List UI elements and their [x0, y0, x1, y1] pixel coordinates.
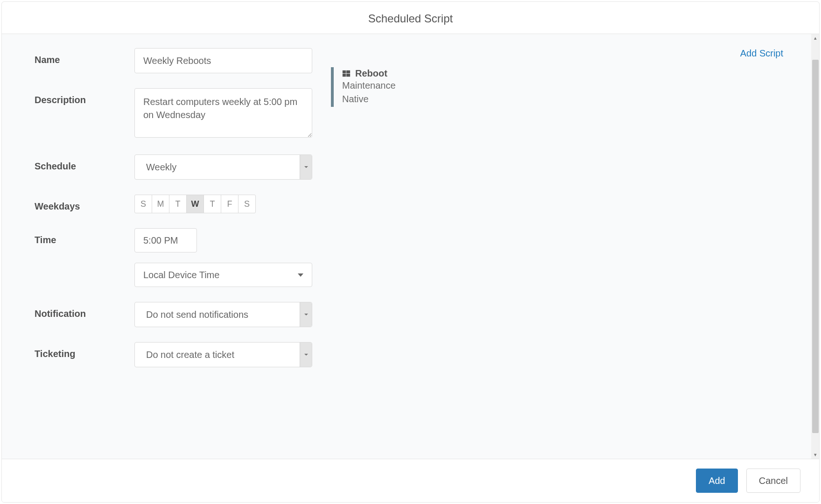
schedule-select[interactable]: Weekly: [134, 154, 312, 180]
notification-label: Notification: [35, 302, 134, 319]
time-zone-label-spacer: [35, 263, 134, 269]
scroll-down-icon[interactable]: ▾: [814, 451, 817, 459]
cancel-button[interactable]: Cancel: [746, 469, 800, 493]
notification-select[interactable]: Do not send notifications: [134, 302, 312, 327]
time-zone-select[interactable]: Local Device Time: [134, 263, 312, 287]
chevron-down-icon: [300, 302, 312, 327]
windows-icon: [342, 70, 351, 78]
ticketing-select[interactable]: Do not create a ticket: [134, 342, 312, 367]
weekday-thu[interactable]: T: [203, 195, 221, 213]
name-input[interactable]: [134, 48, 312, 73]
description-textarea[interactable]: [134, 88, 312, 138]
svg-rect-2: [343, 74, 346, 77]
weekday-sun[interactable]: S: [134, 195, 152, 213]
schedule-label: Schedule: [35, 154, 134, 172]
svg-rect-0: [343, 70, 346, 73]
weekday-toggle-group: S M T W T F S: [134, 195, 256, 213]
svg-rect-3: [346, 74, 350, 77]
dialog-footer: Add Cancel: [2, 459, 819, 502]
chevron-down-icon: [300, 343, 312, 367]
script-category: Maintenance: [342, 79, 797, 92]
dialog-body-content: Name Description Schedule Weekly: [2, 34, 811, 459]
name-label: Name: [35, 48, 134, 65]
weekday-wed[interactable]: W: [186, 195, 204, 213]
time-input[interactable]: [134, 228, 197, 252]
weekdays-label: Weekdays: [35, 195, 134, 212]
vertical-scrollbar[interactable]: ▴ ▾: [811, 34, 819, 459]
add-script-link[interactable]: Add Script: [331, 48, 797, 59]
ticketing-value: Do not create a ticket: [135, 350, 300, 360]
weekday-fri[interactable]: F: [221, 195, 239, 213]
scheduled-script-dialog: Scheduled Script Name Description: [1, 1, 820, 503]
scroll-thumb[interactable]: [812, 60, 819, 434]
caret-down-icon: [298, 273, 303, 277]
description-label: Description: [35, 88, 134, 105]
script-column: Add Script Reboot Main: [331, 48, 797, 445]
add-button[interactable]: Add: [696, 469, 738, 493]
weekday-sat[interactable]: S: [238, 195, 256, 213]
script-card[interactable]: Reboot Maintenance Native: [331, 67, 797, 107]
script-type: Native: [342, 92, 797, 106]
script-title: Reboot: [355, 68, 387, 79]
dialog-title: Scheduled Script: [2, 2, 819, 34]
scroll-up-icon[interactable]: ▴: [814, 34, 817, 42]
svg-rect-1: [346, 70, 350, 73]
weekday-mon[interactable]: M: [152, 195, 169, 213]
weekday-tue[interactable]: T: [169, 195, 187, 213]
schedule-value: Weekly: [135, 162, 300, 173]
notification-value: Do not send notifications: [135, 309, 300, 320]
time-zone-value: Local Device Time: [143, 270, 219, 280]
dialog-body: Name Description Schedule Weekly: [2, 34, 819, 459]
form-column: Name Description Schedule Weekly: [35, 48, 312, 445]
time-label: Time: [35, 228, 134, 245]
ticketing-label: Ticketing: [35, 342, 134, 359]
chevron-down-icon: [300, 155, 312, 179]
